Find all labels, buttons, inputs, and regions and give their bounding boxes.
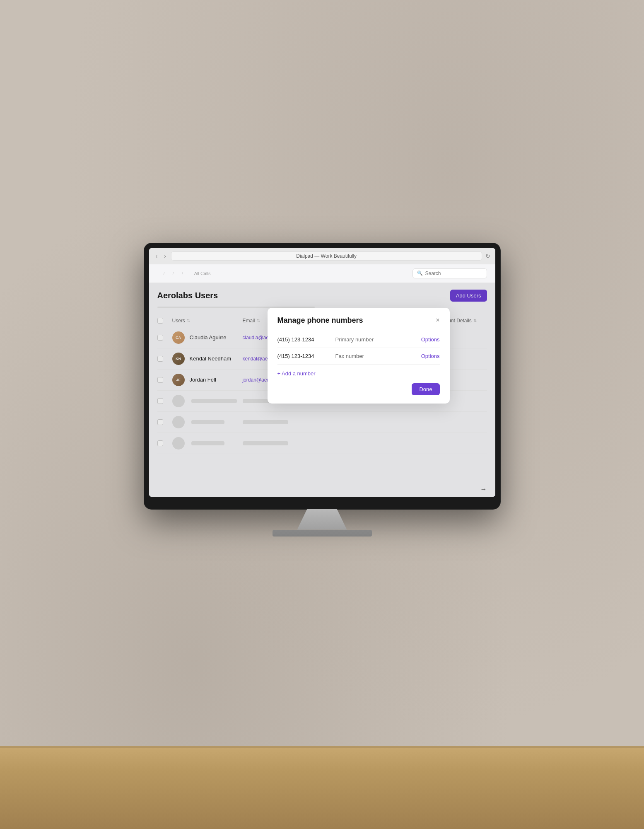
back-button[interactable]: ‹ (154, 252, 159, 260)
modal-title: Manage phone numbers (277, 316, 363, 325)
breadcrumb-current: All Calls (194, 271, 211, 276)
search-input[interactable] (425, 271, 482, 276)
search-icon: 🔍 (417, 271, 423, 276)
breadcrumb-item: — (166, 271, 171, 276)
phone-number-1: (415) 123-1234 (277, 336, 335, 343)
breadcrumb: — / — / — / — All Calls (157, 271, 211, 276)
phone-entry-2: (415) 123-1234 Fax number Options (277, 348, 440, 365)
main-content: Aerolabs Users Add Users Users ⇅ (149, 283, 495, 497)
breadcrumb-sep: / (182, 271, 183, 276)
add-number-button[interactable]: + Add a number (277, 370, 316, 377)
stand-neck (297, 509, 347, 530)
top-bar: — / — / — / — All Calls 🔍 (149, 264, 495, 283)
phone-options-button-2[interactable]: Options (421, 353, 440, 359)
search-bar[interactable]: 🔍 (412, 268, 487, 278)
stand-base (273, 530, 372, 537)
phone-number-2: (415) 123-1234 (277, 353, 335, 359)
forward-button[interactable]: › (162, 252, 168, 260)
breadcrumb-sep: / (173, 271, 174, 276)
modal-close-button[interactable]: × (436, 317, 439, 324)
breadcrumb-sep: / (164, 271, 165, 276)
breadcrumb-item: — (157, 271, 162, 276)
address-bar: Dialpad — Work Beautifully (171, 251, 482, 261)
phone-entry-1: (415) 123-1234 Primary number Options (277, 331, 440, 348)
monitor-stand (144, 509, 500, 537)
done-button[interactable]: Done (412, 383, 439, 395)
phone-label-2: Fax number (335, 353, 421, 359)
phone-options-button-1[interactable]: Options (421, 336, 440, 343)
modal-header: Manage phone numbers × (277, 316, 440, 325)
breadcrumb-item: — (176, 271, 180, 276)
modal-footer: Done (277, 383, 440, 395)
phone-label-1: Primary number (335, 336, 421, 343)
address-text: Dialpad — Work Beautifully (296, 253, 357, 259)
reload-button[interactable]: ↻ (485, 253, 490, 259)
manage-phone-modal: Manage phone numbers × (415) 123-1234 Pr… (268, 308, 450, 404)
breadcrumb-item: — (185, 271, 189, 276)
